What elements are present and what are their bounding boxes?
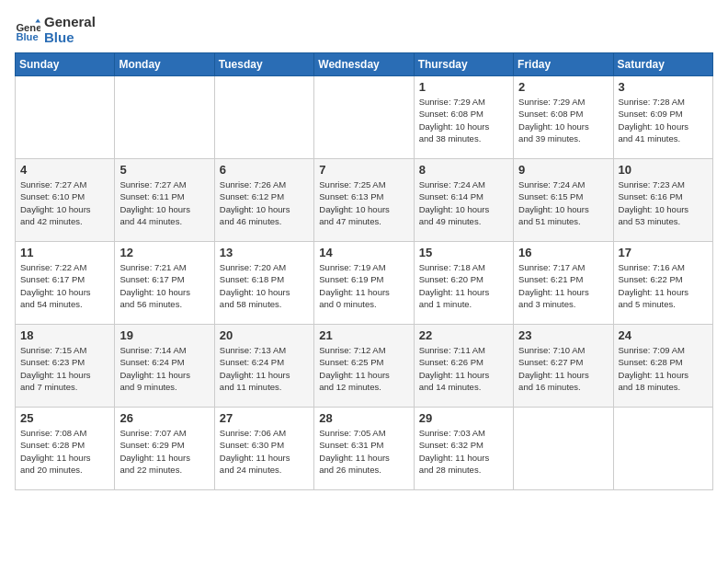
day-number: 22 [419, 328, 508, 342]
day-cell: 12Sunrise: 7:21 AM Sunset: 6:17 PM Dayli… [115, 242, 214, 325]
day-cell: 19Sunrise: 7:14 AM Sunset: 6:24 PM Dayli… [115, 325, 214, 408]
day-cell: 5Sunrise: 7:27 AM Sunset: 6:11 PM Daylig… [115, 159, 214, 242]
day-info: Sunrise: 7:12 AM Sunset: 6:25 PM Dayligh… [319, 344, 408, 393]
day-cell [214, 76, 313, 159]
day-info: Sunrise: 7:16 AM Sunset: 6:22 PM Dayligh… [619, 261, 708, 310]
day-cell: 7Sunrise: 7:25 AM Sunset: 6:13 PM Daylig… [314, 159, 414, 242]
header-day-wednesday: Wednesday [314, 53, 414, 76]
day-number: 15 [419, 246, 508, 259]
logo-blue: Blue [44, 30, 96, 46]
day-info: Sunrise: 7:22 AM Sunset: 6:17 PM Dayligh… [20, 261, 109, 310]
day-cell: 4Sunrise: 7:27 AM Sunset: 6:10 PM Daylig… [16, 159, 115, 242]
day-cell: 16Sunrise: 7:17 AM Sunset: 6:21 PM Dayli… [514, 242, 613, 325]
day-cell: 17Sunrise: 7:16 AM Sunset: 6:22 PM Dayli… [613, 242, 712, 325]
day-number: 25 [20, 411, 109, 425]
day-info: Sunrise: 7:06 AM Sunset: 6:30 PM Dayligh… [220, 427, 309, 476]
day-cell [314, 76, 414, 159]
header-day-sunday: Sunday [16, 53, 115, 76]
day-info: Sunrise: 7:29 AM Sunset: 6:08 PM Dayligh… [518, 96, 608, 144]
day-number: 27 [220, 411, 309, 425]
day-info: Sunrise: 7:15 AM Sunset: 6:23 PM Dayligh… [20, 344, 109, 393]
day-number: 17 [619, 246, 708, 259]
day-cell: 26Sunrise: 7:07 AM Sunset: 6:29 PM Dayli… [115, 408, 214, 490]
week-row-5: 25Sunrise: 7:08 AM Sunset: 6:28 PM Dayli… [16, 408, 713, 490]
day-info: Sunrise: 7:13 AM Sunset: 6:24 PM Dayligh… [220, 344, 309, 393]
day-number: 8 [419, 163, 508, 177]
day-cell: 13Sunrise: 7:20 AM Sunset: 6:18 PM Dayli… [214, 242, 313, 325]
logo-icon: General Blue [15, 17, 40, 43]
day-cell: 11Sunrise: 7:22 AM Sunset: 6:17 PM Dayli… [16, 242, 115, 325]
day-info: Sunrise: 7:27 AM Sunset: 6:10 PM Dayligh… [20, 178, 109, 227]
header-day-monday: Monday [115, 53, 214, 76]
day-number: 4 [20, 163, 109, 177]
day-cell: 8Sunrise: 7:24 AM Sunset: 6:14 PM Daylig… [414, 159, 513, 242]
day-cell: 3Sunrise: 7:28 AM Sunset: 6:09 PM Daylig… [613, 76, 712, 159]
header-day-tuesday: Tuesday [214, 53, 313, 76]
day-info: Sunrise: 7:27 AM Sunset: 6:11 PM Dayligh… [119, 178, 209, 227]
day-number: 7 [319, 163, 408, 177]
day-cell: 6Sunrise: 7:26 AM Sunset: 6:12 PM Daylig… [214, 159, 313, 242]
week-row-4: 18Sunrise: 7:15 AM Sunset: 6:23 PM Dayli… [16, 325, 713, 408]
svg-marker-2 [35, 18, 40, 22]
day-info: Sunrise: 7:25 AM Sunset: 6:13 PM Dayligh… [319, 178, 408, 227]
day-cell: 18Sunrise: 7:15 AM Sunset: 6:23 PM Dayli… [16, 325, 115, 408]
day-cell: 15Sunrise: 7:18 AM Sunset: 6:20 PM Dayli… [414, 242, 513, 325]
day-number: 12 [119, 246, 209, 259]
header-day-thursday: Thursday [414, 53, 513, 76]
day-cell: 9Sunrise: 7:24 AM Sunset: 6:15 PM Daylig… [514, 159, 613, 242]
day-cell: 20Sunrise: 7:13 AM Sunset: 6:24 PM Dayli… [214, 325, 313, 408]
svg-text:Blue: Blue [16, 31, 38, 42]
day-info: Sunrise: 7:23 AM Sunset: 6:16 PM Dayligh… [619, 178, 708, 227]
day-cell: 29Sunrise: 7:03 AM Sunset: 6:32 PM Dayli… [414, 408, 513, 490]
day-info: Sunrise: 7:24 AM Sunset: 6:14 PM Dayligh… [419, 178, 508, 227]
day-info: Sunrise: 7:14 AM Sunset: 6:24 PM Dayligh… [119, 344, 209, 393]
day-cell: 22Sunrise: 7:11 AM Sunset: 6:26 PM Dayli… [414, 325, 513, 408]
day-number: 18 [20, 328, 109, 342]
day-number: 11 [20, 246, 109, 259]
day-number: 13 [220, 246, 309, 259]
day-number: 6 [220, 163, 309, 177]
day-number: 20 [220, 328, 309, 342]
day-number: 2 [518, 80, 608, 94]
day-info: Sunrise: 7:10 AM Sunset: 6:27 PM Dayligh… [518, 344, 608, 393]
day-cell [613, 408, 712, 490]
day-info: Sunrise: 7:24 AM Sunset: 6:15 PM Dayligh… [518, 178, 608, 227]
day-info: Sunrise: 7:08 AM Sunset: 6:28 PM Dayligh… [20, 427, 109, 476]
day-info: Sunrise: 7:05 AM Sunset: 6:31 PM Dayligh… [319, 427, 408, 476]
day-cell: 2Sunrise: 7:29 AM Sunset: 6:08 PM Daylig… [514, 76, 613, 159]
day-cell: 1Sunrise: 7:29 AM Sunset: 6:08 PM Daylig… [414, 76, 513, 159]
logo: General Blue General Blue [15, 15, 96, 45]
day-number: 26 [119, 411, 209, 425]
day-cell: 28Sunrise: 7:05 AM Sunset: 6:31 PM Dayli… [314, 408, 414, 490]
day-cell: 24Sunrise: 7:09 AM Sunset: 6:28 PM Dayli… [613, 325, 712, 408]
day-number: 29 [419, 411, 508, 425]
day-info: Sunrise: 7:20 AM Sunset: 6:18 PM Dayligh… [220, 261, 309, 310]
week-row-2: 4Sunrise: 7:27 AM Sunset: 6:10 PM Daylig… [16, 159, 713, 242]
day-number: 24 [619, 328, 708, 342]
day-number: 14 [319, 246, 408, 259]
day-number: 3 [619, 80, 708, 94]
day-cell [115, 76, 214, 159]
week-row-1: 1Sunrise: 7:29 AM Sunset: 6:08 PM Daylig… [16, 76, 713, 159]
day-cell: 23Sunrise: 7:10 AM Sunset: 6:27 PM Dayli… [514, 325, 613, 408]
day-info: Sunrise: 7:29 AM Sunset: 6:08 PM Dayligh… [419, 96, 508, 144]
day-info: Sunrise: 7:11 AM Sunset: 6:26 PM Dayligh… [419, 344, 508, 393]
day-info: Sunrise: 7:09 AM Sunset: 6:28 PM Dayligh… [619, 344, 708, 393]
day-cell [16, 76, 115, 159]
day-cell: 14Sunrise: 7:19 AM Sunset: 6:19 PM Dayli… [314, 242, 414, 325]
day-number: 28 [319, 411, 408, 425]
day-info: Sunrise: 7:21 AM Sunset: 6:17 PM Dayligh… [119, 261, 209, 310]
header: General Blue General Blue [15, 15, 713, 45]
day-number: 21 [319, 328, 408, 342]
day-number: 9 [518, 163, 608, 177]
week-row-3: 11Sunrise: 7:22 AM Sunset: 6:17 PM Dayli… [16, 242, 713, 325]
header-day-friday: Friday [514, 53, 613, 76]
day-cell [514, 408, 613, 490]
day-info: Sunrise: 7:07 AM Sunset: 6:29 PM Dayligh… [119, 427, 209, 476]
logo-general: General [44, 15, 96, 30]
day-info: Sunrise: 7:28 AM Sunset: 6:09 PM Dayligh… [619, 96, 708, 144]
day-number: 1 [419, 80, 508, 94]
day-info: Sunrise: 7:19 AM Sunset: 6:19 PM Dayligh… [319, 261, 408, 310]
day-cell: 10Sunrise: 7:23 AM Sunset: 6:16 PM Dayli… [613, 159, 712, 242]
day-number: 19 [119, 328, 209, 342]
